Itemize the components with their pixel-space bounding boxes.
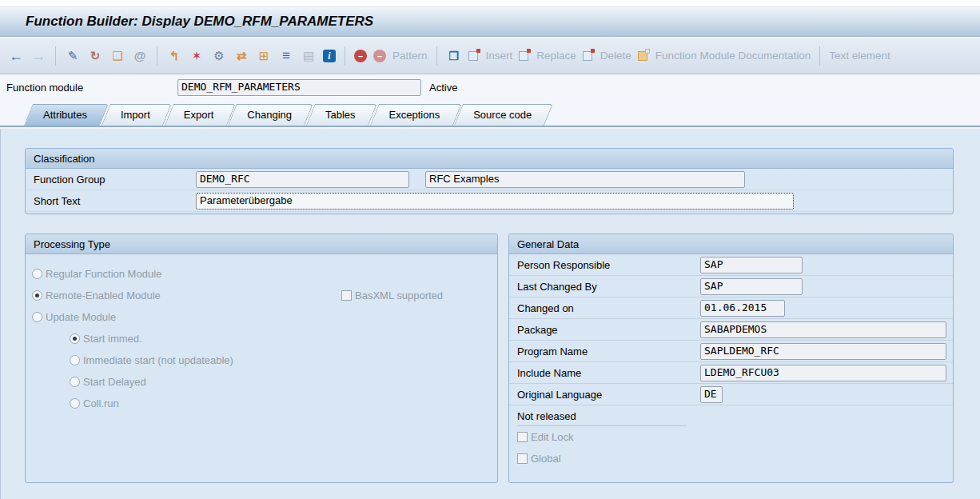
last-changed-by-label: Last Changed By [517, 281, 700, 293]
delete-button[interactable]: Delete [600, 50, 631, 62]
copy-structure-icon[interactable]: ❒ [446, 48, 462, 64]
tab-tables[interactable]: Tables [306, 104, 368, 126]
function-group-input[interactable]: DEMO_RFC [196, 171, 409, 188]
tab-export[interactable]: Export [165, 104, 227, 126]
radio-row-start-immed: Start immed. [26, 328, 497, 349]
detail-view-icon[interactable]: ▤ [301, 48, 317, 64]
not-released-row: Not released [509, 405, 953, 426]
package-row: Package SABAPDEMOS [509, 319, 953, 341]
regular-function-module-radio[interactable] [32, 269, 42, 279]
stop-user-icon[interactable]: – [373, 50, 386, 62]
start-delayed-radio[interactable] [70, 377, 80, 387]
hierarchy-icon[interactable]: ⊞ [256, 48, 272, 64]
text-elements-button[interactable]: Text element [829, 50, 890, 62]
tab-source-code[interactable]: Source code [454, 104, 544, 126]
changed-on-input[interactable]: 01.06.2015 [700, 300, 785, 317]
status-text: Active [429, 82, 457, 94]
global-checkbox[interactable] [517, 453, 528, 464]
global-row: Global [509, 448, 953, 469]
forward-icon[interactable]: → [30, 48, 46, 64]
include-name-input[interactable]: LDEMO_RFCU03 [700, 365, 946, 381]
program-name-input[interactable]: SAPLDEMO_RFC [700, 343, 946, 360]
delete-icon[interactable] [583, 51, 592, 61]
immediate-start-label: Immediate start (not updateable) [83, 354, 233, 366]
changed-on-label: Changed on [517, 302, 700, 314]
test-icon[interactable]: ✶ [189, 48, 205, 64]
function-module-label: Function module [6, 82, 83, 94]
radio-row-immediate-start: Immediate start (not updateable) [26, 349, 497, 371]
inactive-version-icon[interactable]: @ [132, 48, 148, 64]
program-name-row: Program Name SAPLDEMO_RFC [509, 341, 953, 362]
include-name-row: Include Name LDEMO_RFCU03 [509, 362, 953, 384]
short-text-label: Short Text [34, 195, 196, 207]
refresh-icon[interactable]: ↻ [87, 48, 103, 64]
start-delayed-label: Start Delayed [83, 376, 146, 388]
coll-run-radio[interactable] [70, 398, 80, 409]
remote-enabled-module-radio[interactable] [32, 290, 42, 301]
original-language-row: Original Language DE [509, 384, 953, 405]
last-changed-by-row: Last Changed By SAP [509, 276, 953, 297]
not-released-text: Not released [517, 410, 687, 426]
titlebar: Function Builder: Display DEMO_RFM_PARAM… [0, 7, 980, 37]
toolbar-separator [157, 46, 157, 66]
remote-enabled-module-label: Remote-Enabled Module [46, 289, 161, 301]
basxml-supported-label: BasXML supported [355, 289, 443, 301]
assign-icon[interactable]: ⚙ [211, 48, 227, 64]
display-change-icon[interactable]: ✎ [65, 48, 81, 64]
general-data-header: General Data [509, 234, 953, 254]
tab-attributes[interactable]: Attributes [24, 104, 100, 126]
function-module-documentation-button[interactable]: Function Module Documentation [655, 50, 811, 62]
function-group-row: Function Group DEMO_RFC RFC Examples [26, 169, 953, 190]
short-text-input[interactable]: Parameterübergabe [196, 193, 794, 210]
tab-changing[interactable]: Changing [228, 104, 305, 126]
tab-exceptions[interactable]: Exceptions [370, 104, 453, 126]
toolbar-separator [55, 46, 56, 66]
function-group-description-input[interactable]: RFC Examples [425, 171, 745, 188]
original-language-label: Original Language [517, 389, 700, 401]
edit-lock-checkbox[interactable] [517, 432, 528, 442]
radio-row-remote: Remote-Enabled Module BasXML supported [26, 285, 497, 306]
program-name-label: Program Name [517, 345, 700, 357]
radio-row-start-delayed: Start Delayed [26, 371, 497, 393]
replace-button[interactable]: Replace [536, 50, 576, 62]
sort-icon[interactable]: ≡ [278, 48, 294, 64]
start-immed-radio[interactable] [70, 333, 80, 344]
function-module-documentation-icon[interactable] [638, 51, 647, 61]
processing-type-header: Processing Type [26, 234, 497, 254]
changed-on-row: Changed on 01.06.2015 [509, 297, 953, 319]
classification-groupbox: Classification Function Group DEMO_RFC R… [25, 148, 954, 214]
attributes-tab-content: Classification Function Group DEMO_RFC R… [0, 129, 980, 499]
copy-icon[interactable]: ❏ [110, 48, 125, 64]
insert-button[interactable]: Insert [486, 50, 513, 62]
coll-run-label: Coll.run [83, 397, 119, 409]
navigate-icon[interactable]: ⇄ [233, 48, 249, 64]
update-module-radio[interactable] [32, 312, 42, 322]
last-changed-by-input[interactable]: SAP [700, 278, 803, 295]
package-label: Package [517, 324, 700, 336]
back-icon[interactable]: ← [8, 48, 24, 64]
basxml-supported-field: BasXML supported [341, 289, 443, 301]
where-used-icon[interactable]: ↰ [166, 48, 182, 64]
tab-import[interactable]: Import [102, 104, 163, 126]
edit-lock-row: Edit Lock [509, 426, 953, 448]
tabstrip: Attributes Import Export Changing Tables… [0, 104, 980, 127]
original-language-input[interactable]: DE [700, 386, 723, 403]
radio-row-regular: Regular Function Module [26, 263, 497, 285]
classification-header: Classification [26, 149, 953, 169]
person-responsible-input[interactable]: SAP [700, 257, 803, 273]
function-module-input[interactable]: DEMO_RFM_PARAMETERS [177, 79, 421, 96]
replace-icon[interactable] [519, 51, 528, 61]
stop-screen-icon[interactable]: – [354, 50, 367, 62]
immediate-start-radio[interactable] [70, 355, 80, 365]
toolbar-separator [436, 46, 437, 66]
pattern-button[interactable]: Pattern [392, 50, 428, 62]
insert-icon[interactable] [468, 51, 478, 61]
information-icon[interactable]: i [323, 50, 336, 62]
radio-row-coll-run: Coll.run [26, 393, 497, 414]
update-module-label: Update Module [46, 311, 116, 323]
person-responsible-label: Person Responsible [517, 259, 700, 271]
basxml-supported-checkbox[interactable] [341, 290, 352, 301]
package-input[interactable]: SABAPDEMOS [700, 321, 946, 338]
general-data-groupbox: General Data Person Responsible SAP Last… [508, 234, 954, 483]
page-title: Function Builder: Display DEMO_RFM_PARAM… [26, 14, 373, 29]
